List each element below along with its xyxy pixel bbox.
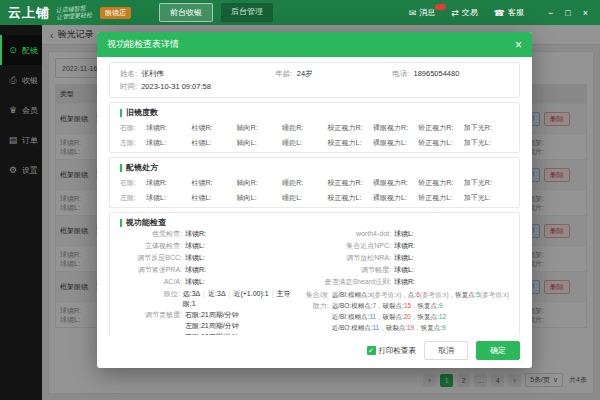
rx-field: 校正视力R: <box>328 178 373 188</box>
patient-info-card: 姓名: 张利伟 年龄: 24岁 电话: 18965054480 时间: <box>109 62 520 98</box>
eye-position-values: 远:3Δ|近:3Δ|近(+1.00):1|主导眼:1 <box>183 289 299 309</box>
convergence-line: 远/BO:模糊点:7，破裂点:15，恢复点:9 <box>332 300 509 311</box>
section-accent-bar <box>120 109 122 117</box>
store-type-badge: 眼镜店 <box>100 7 131 19</box>
convergence-line: 近/BI:模糊点:11，破裂点:20，恢复点:12 <box>332 311 509 322</box>
accommodation-facility-label: 调节灵敏度: <box>120 309 182 335</box>
prescription-left-eye-row: 左眼: 球镜L:柱镜L:轴向L:瞳距L:校正视力L:裸眼视力L:矫正视力L:加下… <box>120 193 509 203</box>
tab-front-cashier[interactable]: 前台收银 <box>159 3 213 22</box>
sidebar-item-label: 订单 <box>22 135 38 146</box>
eye-position-label: 眼位: <box>120 289 180 309</box>
support-button[interactable]: ☎ 客服 <box>494 7 524 18</box>
vision-function-section: 视功能检查 色觉检查: 球镜R: worth4-dot: 球镜L: <box>109 212 520 335</box>
sidebar-item-label: 会员 <box>22 105 38 116</box>
app-header: 云上铺 让店铺智慧 让管理更轻松 眼镜店 前台收银 后台管理 ✉ 消息 ⇄ 交易… <box>0 0 600 25</box>
rx-field: 轴向L: <box>237 193 282 203</box>
convergence-line: 近/BO:模糊点:11，破裂点:19，恢复点:9 <box>332 322 509 333</box>
sidebar-item-orders[interactable]: ▤ 订单 <box>0 125 42 155</box>
tab-back-management[interactable]: 后台管理 <box>221 3 273 22</box>
rx-field: 校正视力L: <box>328 138 373 148</box>
old-glasses-section: 旧镜度数 右眼: 球镜R:柱镜R:轴向R:瞳距R:校正视力R:裸眼视力R:矫正视… <box>109 102 520 153</box>
rx-field: 矫正视力R: <box>418 178 463 188</box>
rx-field: 矫正视力L: <box>418 193 463 203</box>
vision-field-label: 立体视检查: <box>120 240 182 252</box>
sidebar-item-cashier[interactable]: ⎙ 收银 <box>0 65 42 95</box>
rx-field: 柱镜R: <box>191 178 236 188</box>
modal-header: 视功能检查表详情 × <box>97 32 532 57</box>
rx-field: 加下光L: <box>464 138 509 148</box>
vision-pair-row: 调节反应BCC: 球镜L: 调节放松NRA: 球镜L: <box>120 252 509 264</box>
vision-field-label: AC/A: <box>120 276 182 288</box>
rx-field: 矫正视力R: <box>418 123 463 133</box>
recovery-point-value: 9 <box>439 302 443 309</box>
rx-field: 球镜L: <box>146 193 191 203</box>
prescription-right-eye-row: 右眼: 球镜R:柱镜R:轴向R:瞳距R:校正视力R:裸眼视力R:矫正视力R:加下… <box>120 178 509 188</box>
rx-field: 球镜R: <box>146 178 191 188</box>
recovery-point-value: 9 <box>442 324 446 331</box>
print-checkbox[interactable]: ✓ 打印检查表 <box>367 346 417 356</box>
close-icon[interactable]: × <box>515 39 522 51</box>
rx-field: 加下光R: <box>464 178 509 188</box>
sidebar-item-label: 收银 <box>22 75 38 86</box>
cashier-icon: ⎙ <box>8 75 18 86</box>
headset-icon: ☎ <box>494 8 505 18</box>
old-glasses-right-eye-row: 右眼: 球镜R:柱镜R:轴向R:瞳距R:校正视力R:裸眼视力R:矫正视力R:加下… <box>120 123 509 133</box>
trade-button[interactable]: ⇄ 交易 <box>451 7 478 18</box>
rx-field: 柱镜R: <box>191 123 236 133</box>
recovery-point-value: 12 <box>439 313 446 320</box>
patient-info-row-1: 姓名: 张利伟 年龄: 24岁 电话: 18965054480 <box>120 67 509 80</box>
rx-field: 裸眼视力R: <box>373 123 418 133</box>
close-window-button[interactable]: × <box>583 8 588 18</box>
right-eye-label: 右眼: <box>120 123 146 133</box>
glasses-icon: ⊙ <box>8 45 18 55</box>
checkbox-check-icon[interactable]: ✓ <box>367 346 376 355</box>
rx-field: 球镜L: <box>146 138 191 148</box>
vision-pairs: 色觉检查: 球镜R: worth4-dot: 球镜L: 立体视检查: <box>120 228 509 288</box>
crown-icon: ♛ <box>8 105 18 115</box>
sidebar-item-glasses[interactable]: ⊙ 配镜 <box>0 35 42 65</box>
message-icon: ✉ <box>409 8 417 18</box>
vision-field-value: 球镜R: <box>185 264 206 276</box>
vision-field-value: 球镜L: <box>394 264 414 276</box>
sidebar-item-members[interactable]: ♛ 会员 <box>0 95 42 125</box>
app-slogan: 让店铺智慧 让管理更轻松 <box>56 4 93 20</box>
vision-field-label: worth4-dot: <box>299 228 391 240</box>
vision-pair-row: 立体视检查: 球镜L: 集合近点NPC: 球镜R: <box>120 240 509 252</box>
trade-label: 交易 <box>462 7 478 18</box>
vision-pair-row: 调节紧张PRA: 球镜R: 调节幅度: 球镜L: <box>120 264 509 276</box>
convergence-block: 集合/发散力: 远/BI:模糊点:x(参考值:x)，点:6(参考值:x)，恢复点… <box>299 289 509 333</box>
vision-field-value: 球镜R: <box>394 276 415 288</box>
patient-age: 24岁 <box>297 69 313 78</box>
confirm-button[interactable]: 确定 <box>476 341 520 360</box>
vision-field-label: 调节放松NRA: <box>299 252 391 264</box>
convergence-lines: 远/BI:模糊点:x(参考值:x)，点:6(参考值:x)，恢复点:5(参考值:x… <box>332 289 509 333</box>
rx-field: 瞳距L: <box>282 193 327 203</box>
message-badge <box>435 4 446 10</box>
header-actions: ✉ 消息 ⇄ 交易 ☎ 客服 <box>409 7 524 18</box>
vision-bottom-zone: 眼位: 远:3Δ|近:3Δ|近(+1.00):1|主导眼:1 调节灵敏度: 右眼… <box>120 289 509 335</box>
sidebar-item-settings[interactable]: ⚙ 设置 <box>0 155 42 185</box>
sidebar-item-label: 设置 <box>22 165 38 176</box>
rx-field: 瞳距R: <box>282 123 327 133</box>
exam-detail-modal: 视功能检查表详情 × 姓名: 张利伟 年龄: 24岁 电话: 189650544 <box>97 32 532 368</box>
vision-field-label: 调节反应BCC: <box>120 252 182 264</box>
vision-field-value: 球镜L: <box>394 252 414 264</box>
patient-info-row-2: 时间: 2023-10-31 09:07:58 <box>120 80 509 93</box>
patient-phone: 18965054480 <box>413 69 459 78</box>
support-label: 客服 <box>508 7 524 18</box>
maximize-button[interactable]: □ <box>565 8 570 18</box>
app-window: 云上铺 让店铺智慧 让管理更轻松 眼镜店 前台收银 后台管理 ✉ 消息 ⇄ 交易… <box>0 0 600 400</box>
rx-field: 轴向R: <box>237 178 282 188</box>
vision-pair-row: AC/A: 球镜L: 是否满足Sheard法则: 球镜R: <box>120 276 509 288</box>
name-label: 姓名: <box>120 69 137 78</box>
left-eye-label: 左眼: <box>120 138 146 148</box>
vision-field-value: 球镜L: <box>185 276 205 288</box>
vision-field-value: 球镜R: <box>185 228 206 240</box>
vision-field-label: 调节幅度: <box>299 264 391 276</box>
cancel-button[interactable]: 取消 <box>424 341 468 360</box>
vision-field-value: 球镜L: <box>185 252 205 264</box>
modal-title: 视功能检查表详情 <box>107 38 179 51</box>
break-point-value: 20 <box>404 313 411 320</box>
minimize-button[interactable]: − <box>548 8 553 18</box>
messages-button[interactable]: ✉ 消息 <box>409 7 436 18</box>
